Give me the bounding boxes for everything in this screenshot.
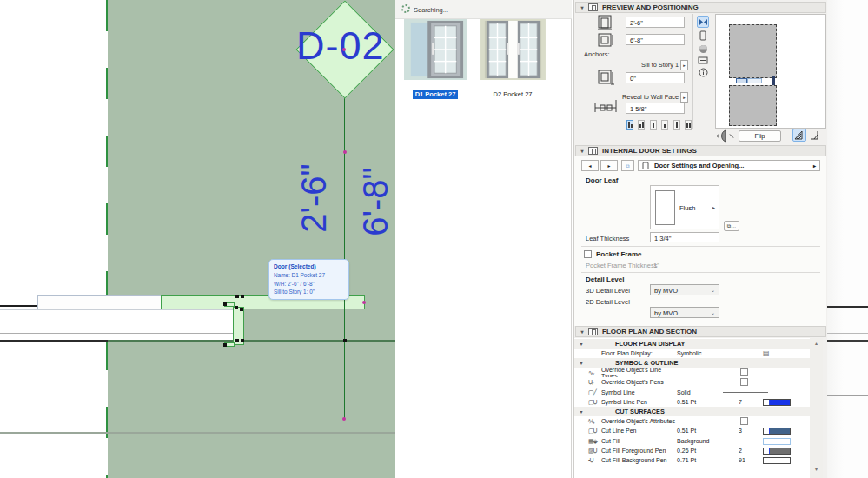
hotspot[interactable]: [343, 150, 347, 154]
line-type-preview[interactable]: [723, 392, 768, 393]
wall-line: [827, 340, 868, 342]
nav-previous-button[interactable]: ◂: [581, 160, 599, 171]
leaf-copy-button[interactable]: ⧉…: [724, 221, 739, 231]
reveal-anchor-popup-button[interactable]: ▸: [680, 92, 688, 103]
door-thumbnail-d2[interactable]: D2 Pocket 27: [478, 18, 547, 100]
anchor-option-button[interactable]: [661, 120, 668, 130]
floor-plan-canvas[interactable]: D-02 2'-6" 6'-8" Door (Selected) Name: D…: [0, 0, 395, 478]
door-leaf-label: Door Leaf: [586, 176, 618, 184]
transfer-settings-button[interactable]: ⧉: [621, 160, 634, 171]
sill-anchor-icon: [596, 69, 616, 88]
section-header-preview[interactable]: ▾ PREVIEW AND POSITIONING: [575, 2, 826, 13]
row-symbol-line[interactable]: ▢╱ Symbol Line Solid: [574, 388, 810, 397]
group-triangle-icon[interactable]: ▾: [574, 360, 588, 366]
view-elevation-button[interactable]: [697, 30, 709, 42]
sill-anchor-label[interactable]: Sill to Story 1: [609, 61, 679, 69]
override-line-types-checkbox[interactable]: [740, 368, 748, 376]
group-cut-surfaces[interactable]: ▾ CUT SURFACES: [574, 407, 810, 416]
2d-detail-level-select[interactable]: by MVO ⌄: [650, 307, 719, 318]
row-cut-fill-fg-pen[interactable]: ▨Ụ Cut Fill Foreground Pen 0.26 Pt 2: [574, 446, 810, 455]
pocket-frame-checkbox[interactable]: [584, 250, 592, 258]
selection-handle[interactable]: [241, 295, 244, 298]
view-dimensions-button[interactable]: [697, 54, 709, 66]
selection-handle[interactable]: [223, 343, 227, 347]
row-cut-line-pen[interactable]: ▢Ụ Cut Line Pen 0.51 Pt 3: [574, 426, 810, 435]
reveal-value-field[interactable]: 1 5/8": [626, 103, 685, 114]
row-cut-fill-bg-pen[interactable]: ▪Ụ Cut Fill Background Pen 0.71 Pt 91: [574, 455, 810, 465]
door-elevation-icon: [699, 30, 706, 41]
wall-line: [827, 395, 868, 396]
collapse-triangle-icon[interactable]: ▾: [576, 329, 588, 335]
sill-value-field[interactable]: 0": [626, 72, 685, 83]
divider: [581, 246, 820, 247]
anchor-option-button[interactable]: [638, 120, 645, 130]
row-value[interactable]: Symbolic: [677, 350, 739, 356]
door-thumbnail-d1-label[interactable]: D1 Pocket 27: [413, 90, 459, 99]
group-triangle-icon[interactable]: ▾: [574, 408, 588, 415]
door-settings-page-dropdown[interactable]: Door Settings and Opening... ▸: [638, 160, 820, 171]
anchor-option-button[interactable]: [685, 120, 692, 130]
leaf-thickness-field[interactable]: 1 3/4": [650, 232, 719, 242]
pocket-cavity[interactable]: [37, 295, 162, 309]
anchor-option-button[interactable]: [626, 120, 633, 130]
door-height-field[interactable]: 6'-8": [626, 34, 685, 45]
pen-swatch-3[interactable]: [763, 428, 791, 435]
row-override-line-types[interactable]: ∿ᵧ Override Object's Line Types: [574, 368, 810, 377]
row-symbol-line-pen[interactable]: ▢Ụ Symbol Line Pen 0.51 Pt 7: [574, 397, 810, 407]
override-attributes-checkbox[interactable]: [740, 417, 748, 425]
selection-handle[interactable]: [235, 339, 239, 342]
reveal-anchor-label[interactable]: Reveal to Wall Face: [609, 93, 679, 101]
hotspot[interactable]: [342, 48, 346, 51]
anchor-option-button[interactable]: [673, 120, 680, 130]
leaf-style-preview[interactable]: Flush ▸: [650, 185, 719, 229]
row-value[interactable]: Background: [677, 438, 739, 444]
group-triangle-icon[interactable]: ▾: [574, 341, 588, 347]
anchor-option-button[interactable]: [650, 120, 657, 130]
row-override-attributes[interactable]: ⅍ᵧ Override Object's Attributes: [574, 416, 810, 426]
override-pens-checkbox[interactable]: [740, 378, 748, 386]
row-cut-fill[interactable]: ▦⬙ Cut Fill Background: [574, 436, 810, 446]
pen-swatch-2[interactable]: [763, 448, 791, 455]
threshold-option-a-button[interactable]: [792, 129, 806, 142]
flip-button[interactable]: Flip: [739, 130, 781, 142]
row-floor-plan-display[interactable]: Floor Plan Display: Symbolic ▤: [574, 349, 810, 358]
leaf-style-value: Flush: [679, 204, 695, 212]
cut-fill-swatch[interactable]: [763, 438, 791, 445]
sill-anchor-popup-button[interactable]: ▸: [680, 60, 688, 70]
selection-handle[interactable]: [223, 302, 227, 306]
positioning-preview[interactable]: [715, 14, 826, 129]
object-search-panel: Searching... D1 Pocket 27: [395, 0, 572, 478]
door-width-field[interactable]: 2'-6": [626, 17, 685, 28]
section-title: FLOOR PLAN AND SECTION: [602, 328, 697, 335]
hotspot[interactable]: [362, 301, 366, 304]
row-override-pens[interactable]: Ụᵧ Override Object's Pens: [574, 377, 810, 387]
selection-handle[interactable]: [235, 295, 239, 298]
wall-face-line-left: [0, 340, 108, 342]
scroll-up-icon[interactable]: ▴: [810, 340, 823, 346]
pen-swatch-91[interactable]: [763, 457, 791, 464]
collapse-triangle-icon[interactable]: ▾: [576, 148, 588, 154]
selection-handle[interactable]: [235, 306, 238, 309]
threshold-option-b-button[interactable]: [808, 129, 822, 142]
door-thumbnail-d1[interactable]: D1 Pocket 27: [402, 18, 468, 100]
door-axis-line: [344, 96, 345, 419]
collapse-triangle-icon[interactable]: ▾: [576, 4, 588, 10]
pen-swatch-7[interactable]: [763, 399, 791, 406]
section-header-floorplan[interactable]: ▾ FLOOR PLAN AND SECTION: [575, 326, 826, 337]
view-plan-symbol-button[interactable]: [697, 16, 709, 28]
canvas-right-strip[interactable]: [827, 0, 868, 478]
zone-boundary-dashed-line: [106, 0, 108, 478]
door-thumbnail-d2-label[interactable]: D2 Pocket 27: [490, 90, 534, 99]
hotspot[interactable]: [342, 417, 346, 421]
list-scrollbar[interactable]: ▴ ▾: [810, 338, 823, 478]
nav-next-button[interactable]: ▸: [600, 160, 618, 171]
selection-handle[interactable]: [240, 308, 243, 311]
view-3d-button[interactable]: [697, 43, 709, 55]
selection-handle[interactable]: [241, 339, 244, 342]
view-info-button[interactable]: [697, 66, 709, 78]
section-header-internal[interactable]: ▾ INTERNAL DOOR SETTINGS: [575, 145, 826, 156]
selection-handle[interactable]: [343, 339, 347, 342]
3d-detail-level-select[interactable]: by MVO ⌄: [650, 284, 719, 295]
group-floor-plan-display[interactable]: ▾ FLOOR PLAN DISPLAY: [574, 339, 810, 349]
scroll-down-icon[interactable]: ▾: [810, 466, 823, 472]
